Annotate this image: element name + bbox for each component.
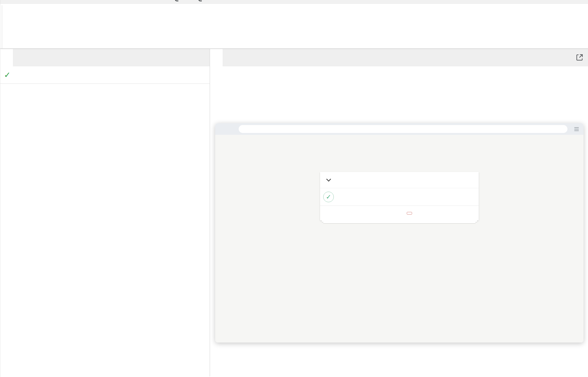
check-icon: ✓: [4, 70, 13, 80]
trace-viewer: ✓: [0, 0, 588, 377]
right-tabbar: [210, 49, 588, 66]
new-todo-row: [320, 172, 479, 188]
card-stack-layer: [323, 222, 476, 223]
filter-all[interactable]: [389, 212, 394, 215]
left-tabbar: [0, 49, 210, 66]
test-status-row: ✓: [0, 66, 210, 84]
action-list: [0, 84, 210, 376]
tab-action[interactable]: [210, 49, 223, 66]
url-bar[interactable]: [239, 125, 567, 133]
todo-app-page: ✓: [215, 135, 584, 343]
timeline-origin-line: [2, 5, 2, 48]
filter-group: [387, 212, 414, 215]
todo-footer: [320, 206, 479, 220]
tab-metadata[interactable]: [13, 49, 26, 66]
tab-after[interactable]: [235, 49, 248, 66]
filter-completed[interactable]: [407, 212, 412, 215]
todo-checked-icon[interactable]: ✓: [323, 192, 334, 202]
filter-active[interactable]: [398, 212, 403, 215]
traffic-light-zoom: [230, 127, 233, 131]
todo-card: ✓: [320, 172, 479, 220]
main-split: ✓: [0, 49, 588, 376]
traffic-light-minimize: [225, 127, 228, 131]
toggle-all-icon[interactable]: [326, 177, 331, 181]
tab-actions[interactable]: [0, 49, 13, 66]
traffic-light-close: [220, 127, 223, 131]
clipped-window-title: [175, 0, 178, 1]
menu-icon[interactable]: [574, 126, 579, 132]
snapshot-area: ✓: [210, 66, 588, 376]
browser-chrome: [215, 123, 584, 135]
todo-item-row: ✓: [320, 188, 479, 206]
open-snapshot-external-icon[interactable]: [575, 53, 584, 62]
tab-before[interactable]: [223, 49, 235, 66]
window-top-strip: [0, 0, 588, 4]
actions-panel: ✓: [0, 49, 210, 376]
snapshot-panel: ✓: [210, 49, 588, 376]
browser-window: ✓: [215, 123, 584, 343]
clipped-window-title: [198, 0, 202, 1]
timeline[interactable]: [0, 4, 588, 49]
